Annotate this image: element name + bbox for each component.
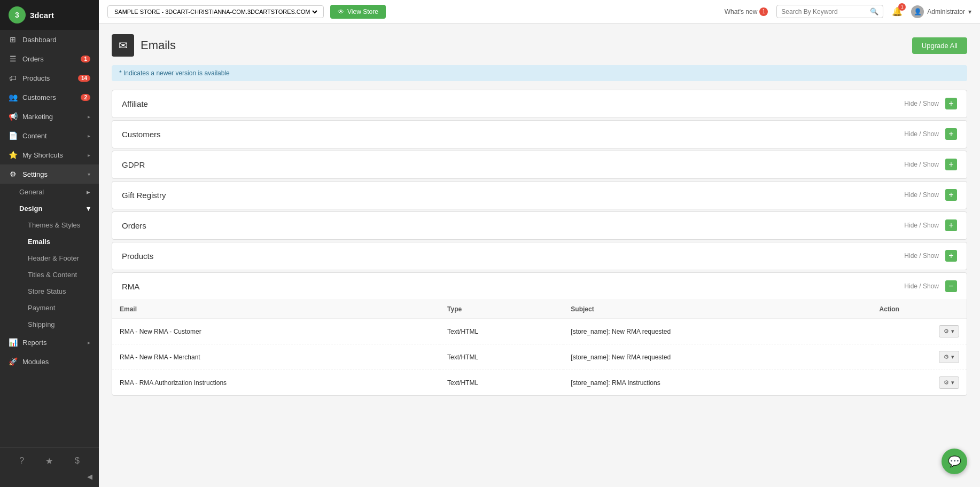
hide-show-rma[interactable]: Hide / Show bbox=[904, 282, 939, 290]
hide-show-customers[interactable]: Hide / Show bbox=[904, 130, 939, 138]
sidebar-item-products[interactable]: 🏷 Products 14 bbox=[0, 68, 99, 88]
sidebar-item-orders[interactable]: ☰ Orders 1 bbox=[0, 49, 99, 68]
col-subject: Subject bbox=[563, 300, 872, 319]
sidebar-label-themes-styles: Themes & Styles bbox=[28, 221, 80, 229]
rma-row2-action-button[interactable]: ⚙ ▾ bbox=[939, 351, 959, 363]
rma-row2-action: ⚙ ▾ bbox=[872, 344, 967, 370]
sidebar-label-reports: Reports bbox=[22, 339, 82, 347]
table-row: RMA - RMA Authorization Instructions Tex… bbox=[112, 370, 967, 396]
sidebar-item-modules[interactable]: 🚀 Modules bbox=[0, 352, 99, 371]
section-gift-registry: Gift Registry Hide / Show + bbox=[112, 181, 967, 209]
section-orders: Orders Hide / Show + bbox=[112, 211, 967, 240]
sidebar-sub-store-status[interactable]: Store Status bbox=[0, 283, 99, 300]
store-selector[interactable]: SAMPLE STORE - 3DCART-CHRISTIANNA-COM.3D… bbox=[107, 5, 324, 18]
section-actions-gift-registry: Hide / Show + bbox=[904, 189, 957, 201]
chevron-down-icon: ▾ bbox=[951, 379, 954, 386]
rma-row1-action-button[interactable]: ⚙ ▾ bbox=[939, 325, 959, 337]
sidebar-sub-themes-styles[interactable]: Themes & Styles bbox=[0, 217, 99, 233]
sidebar-label-shortcuts: My Shortcuts bbox=[22, 151, 82, 159]
sidebar-sub-payment[interactable]: Payment bbox=[0, 300, 99, 316]
admin-menu[interactable]: 👤 Administrator ▾ bbox=[911, 5, 971, 18]
sidebar-sub-shipping[interactable]: Shipping bbox=[0, 316, 99, 333]
chat-fab-button[interactable]: 💬 bbox=[942, 449, 967, 474]
store-select[interactable]: SAMPLE STORE - 3DCART-CHRISTIANNA-COM.3D… bbox=[112, 8, 319, 15]
gear-icon: ⚙ bbox=[944, 328, 949, 335]
chevron-down-icon: ▾ bbox=[951, 354, 954, 360]
sidebar-label-orders: Orders bbox=[22, 55, 75, 63]
sidebar-item-dashboard[interactable]: ⊞ Dashboard bbox=[0, 30, 99, 49]
page-header: ✉ Emails Upgrade All bbox=[112, 34, 967, 57]
section-header-affiliate[interactable]: Affiliate Hide / Show + bbox=[112, 90, 967, 117]
sidebar-sub-header-footer[interactable]: Header & Footer bbox=[0, 250, 99, 266]
section-actions-products: Hide / Show + bbox=[904, 250, 957, 262]
section-header-rma[interactable]: RMA Hide / Show − bbox=[112, 273, 967, 300]
shortcuts-expand-icon: ▸ bbox=[88, 152, 90, 158]
sidebar-label-dashboard: Dashboard bbox=[22, 36, 90, 44]
hide-show-gift-registry[interactable]: Hide / Show bbox=[904, 191, 939, 199]
whats-new-badge: 1 bbox=[759, 7, 768, 16]
sidebar-label-store-status: Store Status bbox=[28, 287, 66, 295]
shortcuts-icon: ⭐ bbox=[9, 151, 17, 159]
col-email: Email bbox=[112, 300, 440, 319]
sidebar-collapse-button[interactable]: ◀ bbox=[0, 470, 99, 483]
sidebar-label-general: General bbox=[19, 188, 44, 196]
section-header-gdpr[interactable]: GDPR Hide / Show + bbox=[112, 151, 967, 178]
sidebar-item-content[interactable]: 📄 Content ▸ bbox=[0, 126, 99, 145]
orders-badge: 1 bbox=[81, 56, 90, 62]
sidebar-sub-emails[interactable]: Emails bbox=[0, 233, 99, 250]
view-store-button[interactable]: 👁 View Store bbox=[330, 5, 386, 19]
favorites-icon[interactable]: ★ bbox=[45, 456, 53, 466]
rma-row3-action-button[interactable]: ⚙ ▾ bbox=[939, 376, 959, 389]
section-header-gift-registry[interactable]: Gift Registry Hide / Show + bbox=[112, 182, 967, 209]
hide-show-products[interactable]: Hide / Show bbox=[904, 252, 939, 260]
sidebar-label-modules: Modules bbox=[22, 358, 90, 366]
search-input[interactable] bbox=[781, 8, 867, 15]
expand-btn-customers[interactable]: + bbox=[945, 128, 957, 140]
section-header-orders[interactable]: Orders Hide / Show + bbox=[112, 212, 967, 239]
marketing-expand-icon: ▸ bbox=[88, 114, 90, 120]
page-content: ✉ Emails Upgrade All * Indicates a newer… bbox=[99, 23, 980, 487]
help-icon[interactable]: ? bbox=[19, 456, 24, 466]
hide-show-affiliate[interactable]: Hide / Show bbox=[904, 100, 939, 107]
logo-icon: 3 bbox=[9, 6, 26, 23]
expand-btn-gift-registry[interactable]: + bbox=[945, 189, 957, 201]
section-title-gdpr: GDPR bbox=[122, 160, 145, 169]
expand-btn-rma[interactable]: − bbox=[945, 280, 957, 292]
expand-btn-orders[interactable]: + bbox=[945, 219, 957, 231]
section-title-customers: Customers bbox=[122, 130, 161, 139]
hide-show-gdpr[interactable]: Hide / Show bbox=[904, 161, 939, 168]
expand-btn-affiliate[interactable]: + bbox=[945, 98, 957, 109]
settings-icon: ⚙ bbox=[9, 170, 17, 178]
section-title-rma: RMA bbox=[122, 282, 139, 291]
sidebar-item-shortcuts[interactable]: ⭐ My Shortcuts ▸ bbox=[0, 145, 99, 164]
table-row: RMA - New RMA - Customer Text/HTML [stor… bbox=[112, 319, 967, 344]
sidebar-item-customers[interactable]: 👥 Customers 2 bbox=[0, 88, 99, 107]
sidebar-label-settings: Settings bbox=[22, 170, 82, 178]
page-title-area: ✉ Emails bbox=[112, 34, 176, 57]
sidebar-sub-general[interactable]: General ▸ bbox=[0, 184, 99, 200]
sidebar-sub-titles-content[interactable]: Titles & Content bbox=[0, 266, 99, 283]
reports-icon: 📊 bbox=[9, 338, 17, 347]
rma-row1-type: Text/HTML bbox=[440, 319, 563, 344]
topbar-right: What's new 1 🔍 🔔 1 👤 Administrator ▾ bbox=[725, 5, 971, 18]
table-row: RMA - New RMA - Merchant Text/HTML [stor… bbox=[112, 344, 967, 370]
expand-btn-products[interactable]: + bbox=[945, 250, 957, 262]
sidebar-label-header-footer: Header & Footer bbox=[28, 254, 79, 262]
sidebar-item-reports[interactable]: 📊 Reports ▸ bbox=[0, 333, 99, 352]
rma-row3-type: Text/HTML bbox=[440, 370, 563, 396]
sidebar-item-marketing[interactable]: 📢 Marketing ▸ bbox=[0, 107, 99, 126]
whats-new[interactable]: What's new 1 bbox=[725, 7, 768, 16]
search-icon[interactable]: 🔍 bbox=[870, 7, 878, 15]
upgrade-all-button[interactable]: Upgrade All bbox=[912, 37, 967, 54]
sidebar-item-settings[interactable]: ⚙ Settings ▾ bbox=[0, 164, 99, 184]
page-title: Emails bbox=[141, 38, 176, 52]
section-header-customers[interactable]: Customers Hide / Show + bbox=[112, 121, 967, 148]
section-header-products[interactable]: Products Hide / Show + bbox=[112, 242, 967, 270]
sidebar-sub-design[interactable]: Design ▾ bbox=[0, 200, 99, 217]
rma-row1-subject: [store_name]: New RMA requested bbox=[563, 319, 872, 344]
expand-btn-gdpr[interactable]: + bbox=[945, 159, 957, 170]
billing-icon[interactable]: $ bbox=[75, 456, 80, 466]
hide-show-orders[interactable]: Hide / Show bbox=[904, 222, 939, 229]
section-actions-affiliate: Hide / Show + bbox=[904, 98, 957, 109]
sidebar: 3 3dcart ⊞ Dashboard ☰ Orders 1 🏷 Produc… bbox=[0, 0, 99, 487]
